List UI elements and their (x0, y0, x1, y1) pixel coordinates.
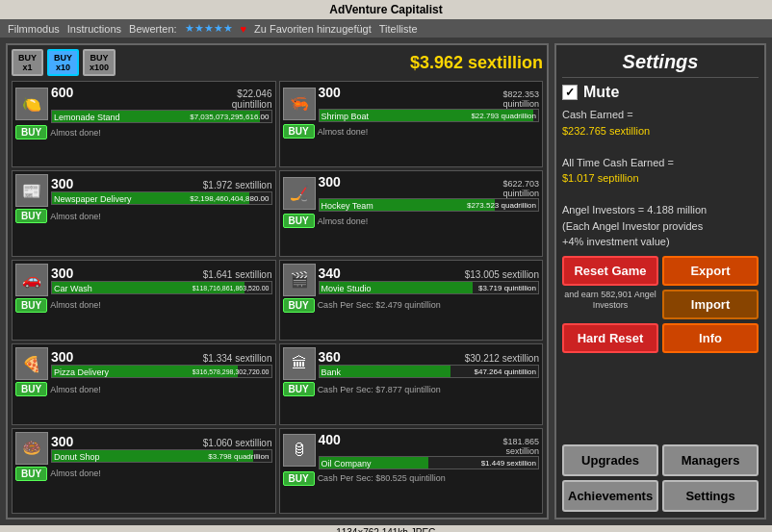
earn-text: and earn 582,901 Angel Investors (562, 290, 658, 312)
business-grid: 🍋 600 $22.046 quintillion Lemonade Stand… (12, 81, 543, 514)
settings-panel: Settings ✓ Mute Cash Earned = $232.765 s… (554, 43, 766, 519)
hockey-bar-value: $273.523 quadrillion (467, 199, 536, 212)
newspaper-bar-label: Newspaper Delivery (54, 192, 132, 205)
pizza-price: $1.334 sextillion (203, 353, 272, 364)
cash-earned-value: $232.765 sextillion (562, 123, 759, 139)
lemonade-buy-btn[interactable]: BUY (15, 125, 47, 139)
newspaper-status: Almost done! (50, 212, 101, 221)
donut-bar-value: $3.798 quadrillion (208, 450, 269, 463)
donut-icon: 🍩 (15, 432, 48, 465)
angels-note: (Each Angel Investor provides (562, 218, 759, 235)
movie-icon: 🎬 (283, 264, 316, 296)
stars[interactable]: ★★★★★ (185, 22, 233, 35)
lemonade-status: Almost done! (50, 128, 101, 138)
hard-reset-button[interactable]: Hard Reset (562, 323, 658, 353)
movie-count: 340 (319, 266, 341, 281)
donut-status: Almost done! (50, 469, 101, 478)
hockey-bar-label: Hockey Team (322, 199, 373, 212)
bank-cash-per-sec: Cash Per Sec: $7.877 quintillion (318, 385, 441, 394)
angels-note2: +4% investment value) (562, 234, 759, 250)
buy-x1-button[interactable]: BUY x1 (12, 49, 43, 76)
movie-buy-btn[interactable]: BUY (283, 298, 315, 313)
mute-row: ✓ Mute (562, 84, 759, 101)
donut-count: 300 (51, 434, 73, 449)
carwash-bar-value: $118,716,861,863,520.00 (193, 282, 270, 294)
hockey-count: 300 (319, 174, 341, 190)
cash-display: $3.962 sextillion (119, 53, 543, 73)
newspaper-count: 300 (51, 176, 73, 191)
pizza-icon: 🍕 (15, 347, 48, 380)
left-panel: BUY x1 BUY x10 BUY x100 $3.962 sextillio… (6, 43, 549, 519)
newspaper-icon: 📰 (15, 174, 48, 207)
shrimp-price: $822.353 quintillion (502, 89, 539, 109)
reset-game-button[interactable]: Reset Game (562, 256, 658, 286)
pizza-count: 300 (51, 349, 73, 365)
bottom-bar: 1134×762 141kb JPEG (0, 525, 772, 532)
all-time-label: All Time Cash Earned = (562, 155, 759, 171)
carwash-buy-btn[interactable]: BUY (15, 298, 47, 313)
oil-count: 400 (319, 432, 341, 447)
carwash-count: 300 (51, 266, 73, 281)
settings-title: Settings (562, 51, 759, 78)
business-bank: 🏛 360 $30.212 sextillion Bank $47.264 qu… (279, 343, 544, 424)
buy-controls: BUY x1 BUY x10 BUY x100 $3.962 sextillio… (12, 49, 543, 76)
shrimp-buy-btn[interactable]: BUY (283, 124, 315, 139)
settings-button[interactable]: Settings (662, 480, 759, 512)
favorites-link[interactable]: Zu Favoriten hinzugefügt (254, 23, 372, 35)
movie-bar-label: Movie Studio (322, 282, 372, 294)
carwash-icon: 🚗 (15, 264, 48, 296)
upgrades-button[interactable]: Upgrades (562, 444, 658, 476)
export-button[interactable]: Export (662, 256, 759, 286)
oil-bar-value: $1.449 sextillion (481, 457, 536, 469)
filmmode: Filmmodus (8, 23, 60, 35)
cash-earned-label: Cash Earned = (562, 107, 759, 123)
hockey-price: $622.703 quintillion (502, 179, 539, 198)
title-list-link[interactable]: Titelliste (379, 23, 418, 35)
heart-icon[interactable]: ♥ (241, 23, 247, 35)
title-bar: AdVenture Capitalist (0, 0, 772, 19)
buy-x100-button[interactable]: BUY x100 (83, 49, 116, 76)
donut-bar-label: Donut Shop (54, 450, 100, 463)
pizza-bar-value: $316,578,298,302,720.00 (193, 366, 270, 378)
newspaper-price: $1.972 sextillion (203, 180, 272, 190)
pizza-buy-btn[interactable]: BUY (15, 382, 47, 396)
rate-label: Bewerten: (129, 23, 177, 35)
movie-cash-per-sec: Cash Per Sec: $2.479 quintillion (318, 300, 441, 310)
achievements-button[interactable]: Achievements (562, 480, 658, 512)
business-lemonade: 🍋 600 $22.046 quintillion Lemonade Stand… (12, 81, 276, 167)
managers-button[interactable]: Managers (662, 444, 759, 476)
lemonade-price: $22.046 quintillion (232, 89, 272, 110)
shrimp-icon: 🦐 (283, 88, 316, 120)
oil-buy-btn[interactable]: BUY (283, 471, 315, 486)
stats-block: Cash Earned = $232.765 sextillion All Ti… (562, 107, 759, 250)
instructions-link[interactable]: Instructions (67, 23, 121, 35)
business-newspaper: 📰 300 $1.972 sextillion Newspaper Delive… (12, 170, 276, 256)
buy-x10-button[interactable]: BUY x10 (47, 49, 79, 76)
movie-price: $13.005 sextillion (465, 269, 539, 280)
shrimp-count: 300 (319, 85, 341, 100)
shrimp-bar-label: Shrimp Boat (322, 110, 370, 122)
oil-bar-label: Oil Company (322, 457, 372, 469)
donut-buy-btn[interactable]: BUY (15, 467, 47, 481)
all-time-value: $1.017 septillion (562, 170, 759, 187)
newspaper-buy-btn[interactable]: BUY (15, 209, 47, 223)
angels-label: Angel Investors = 4.188 million (562, 202, 759, 218)
carwash-status: Almost done! (50, 300, 101, 310)
oil-icon: 🛢 (283, 434, 316, 467)
mute-checkbox[interactable]: ✓ (562, 85, 578, 100)
business-hockey: 🏒 300 $622.703 quintillion Hockey Team $… (279, 170, 544, 256)
lemonade-bar-value: $7,035,073,295,616.00 (190, 111, 269, 123)
pizza-bar-label: Pizza Delivery (54, 366, 109, 378)
hockey-icon: 🏒 (283, 177, 316, 210)
bank-icon: 🏛 (283, 347, 316, 380)
business-shrimp: 🦐 300 $822.353 quintillion Shrimp Boat $… (279, 81, 544, 167)
info-button[interactable]: Info (662, 323, 759, 353)
carwash-bar-label: Car Wash (54, 282, 92, 294)
bank-buy-btn[interactable]: BUY (283, 382, 315, 396)
movie-bar-value: $3.719 quintillion (478, 282, 536, 294)
business-pizza: 🍕 300 $1.334 sextillion Pizza Delivery $… (12, 343, 276, 424)
import-button[interactable]: Import (662, 290, 759, 319)
carwash-price: $1.641 sextillion (203, 269, 272, 280)
donut-price: $1.060 sextillion (203, 438, 272, 448)
hockey-buy-btn[interactable]: BUY (283, 214, 315, 228)
